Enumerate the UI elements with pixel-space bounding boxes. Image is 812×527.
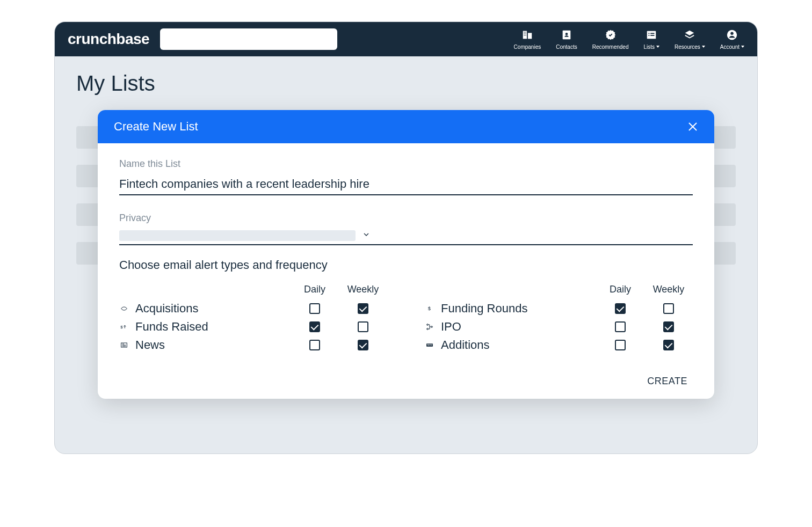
checkbox-daily[interactable] [309, 340, 320, 350]
svg-rect-0 [523, 31, 527, 39]
svg-rect-2 [524, 32, 524, 32]
alert-label: Additions [441, 338, 596, 352]
list-icon [646, 29, 657, 42]
modal-header: Create New List [98, 110, 714, 143]
chevron-down-icon [362, 230, 371, 241]
nav-companies[interactable]: Companies [514, 29, 541, 50]
alert-type-icon: $ [425, 304, 434, 313]
nav-label: Lists [643, 44, 655, 50]
nav-lists[interactable]: Lists [643, 29, 659, 50]
svg-rect-7 [525, 35, 526, 35]
buildings-icon [521, 29, 533, 42]
nav-label: Contacts [556, 44, 577, 50]
alert-type-icon [425, 322, 434, 332]
alert-type-icon: $ [119, 322, 129, 332]
alerts-col-right: DailyWeekly$Funding RoundsIPONEWAddition… [425, 284, 693, 356]
svg-rect-13 [649, 35, 650, 36]
col-header-weekly: Weekly [339, 284, 387, 295]
svg-rect-4 [524, 33, 524, 34]
privacy-value-placeholder [119, 230, 356, 241]
checkbox-weekly[interactable] [663, 303, 674, 314]
col-header-weekly: Weekly [644, 284, 693, 295]
page-body: My Lists Create New List Name this List … [55, 56, 757, 453]
nav-label: Companies [514, 44, 541, 50]
svg-rect-3 [525, 32, 526, 32]
chevron-down-icon [741, 46, 744, 48]
svg-rect-11 [649, 33, 650, 34]
checkbox-daily[interactable] [309, 303, 320, 314]
checkbox-weekly[interactable] [358, 321, 368, 332]
alert-row: NEWAdditions [425, 338, 693, 352]
svg-point-25 [431, 326, 433, 328]
top-nav: crunchbase Companies Contacts Recommende… [55, 22, 757, 56]
svg-rect-12 [650, 33, 654, 34]
svg-rect-14 [650, 35, 654, 36]
close-icon[interactable] [687, 121, 698, 132]
svg-rect-6 [524, 35, 524, 35]
nav-resources[interactable]: Resources [675, 29, 705, 50]
svg-text:$: $ [120, 325, 123, 330]
checkbox-weekly[interactable] [358, 303, 368, 314]
privacy-field-label: Privacy [119, 213, 693, 224]
nav-recommended[interactable]: Recommended [592, 29, 629, 50]
alert-label: IPO [441, 320, 596, 334]
alert-row: Acquisitions [119, 302, 387, 316]
alert-row: $Funding Rounds [425, 302, 693, 316]
nav-label: Recommended [592, 44, 629, 50]
privacy-select[interactable] [119, 228, 693, 245]
col-header-daily: Daily [596, 284, 644, 295]
modal-footer: CREATE [98, 366, 714, 399]
chevron-down-icon [656, 46, 659, 48]
svg-point-24 [427, 328, 429, 330]
search-input[interactable] [160, 28, 337, 50]
svg-text:$: $ [428, 306, 431, 311]
alert-type-icon [119, 340, 129, 350]
name-field-label: Name this List [119, 158, 693, 170]
nav-contacts[interactable]: Contacts [556, 29, 577, 50]
alert-type-icon [119, 304, 129, 313]
checkbox-daily[interactable] [309, 321, 320, 332]
list-name-input[interactable] [119, 174, 693, 195]
account-circle-icon [726, 29, 738, 42]
nav-group: Companies Contacts Recommended Lists [514, 29, 744, 50]
alert-label: News [135, 338, 291, 352]
svg-rect-1 [528, 33, 532, 39]
page-title: My Lists [76, 71, 736, 96]
checkbox-weekly[interactable] [663, 321, 674, 332]
create-button[interactable]: CREATE [647, 376, 687, 387]
alert-type-icon: NEW [425, 340, 434, 350]
alert-label: Acquisitions [135, 302, 291, 316]
modal-body: Name this List Privacy Choose email aler… [98, 143, 714, 366]
nav-account[interactable]: Account [720, 29, 744, 50]
nav-label: Account [720, 44, 740, 50]
checkbox-weekly[interactable] [358, 340, 368, 350]
svg-point-9 [566, 32, 568, 35]
contact-card-icon [561, 29, 572, 42]
checkbox-daily[interactable] [615, 303, 626, 314]
alert-label: Funds Raised [135, 320, 291, 334]
alerts-col-left: DailyWeeklyAcquisitions$Funds RaisedNews [119, 284, 387, 356]
alert-row: $Funds Raised [119, 320, 387, 334]
layers-icon [684, 29, 695, 42]
alert-row: IPO [425, 320, 693, 334]
app-window: crunchbase Companies Contacts Recommende… [54, 21, 758, 454]
svg-point-16 [731, 32, 734, 35]
checkbox-weekly[interactable] [663, 340, 674, 350]
svg-point-23 [427, 324, 429, 326]
alerts-heading: Choose email alert types and frequency [119, 258, 693, 272]
svg-rect-5 [525, 33, 526, 34]
modal-title: Create New List [114, 120, 198, 134]
svg-text:NEW: NEW [427, 343, 432, 346]
chevron-down-icon [702, 46, 705, 48]
alerts-grid: DailyWeeklyAcquisitions$Funds RaisedNews… [119, 284, 693, 356]
alert-label: Funding Rounds [441, 302, 596, 316]
nav-label: Resources [675, 44, 700, 50]
create-list-modal: Create New List Name this List Privacy C… [98, 110, 714, 399]
col-header-daily: Daily [291, 284, 339, 295]
alert-row: News [119, 338, 387, 352]
brand-logo: crunchbase [68, 31, 149, 48]
verified-badge-icon [605, 29, 617, 42]
checkbox-daily[interactable] [615, 321, 626, 332]
checkbox-daily[interactable] [615, 340, 626, 350]
